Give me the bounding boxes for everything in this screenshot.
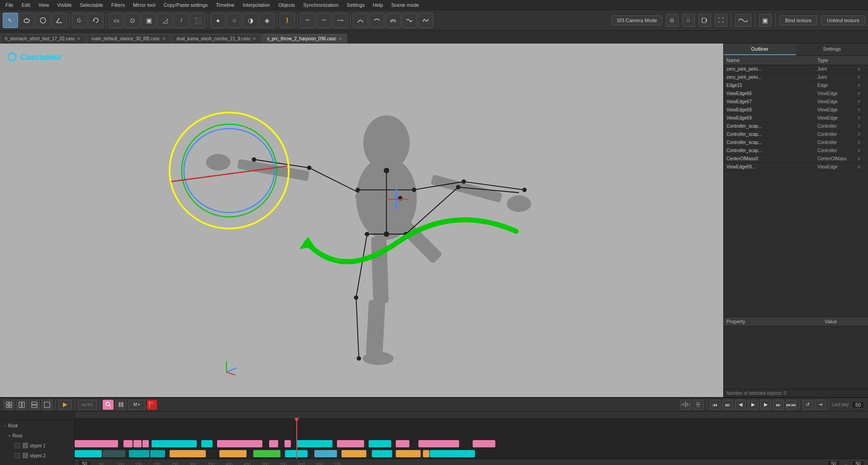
unbind-texture-button[interactable]: Unbind texture: [821, 15, 865, 25]
tl-bar-pink-4[interactable]: [142, 440, 149, 447]
track-collapse-root2[interactable]: +: [8, 433, 11, 438]
timeline-track-root2[interactable]: [75, 429, 868, 439]
tl-bar-s2-cyan-5[interactable]: [372, 450, 392, 457]
arc4-tool[interactable]: [402, 13, 417, 28]
outliner-row-4[interactable]: ViewEdge67 ViewEdge F: [724, 98, 868, 106]
menu-help[interactable]: Help: [369, 1, 387, 9]
bind-texture-button[interactable]: Bind texture: [779, 15, 818, 25]
timeline-playhead[interactable]: [296, 419, 297, 459]
angle-tool[interactable]: [52, 13, 67, 28]
menu-settings[interactable]: Settings: [343, 1, 369, 9]
tab-2-close[interactable]: ✕: [252, 36, 256, 41]
viewport[interactable]: ⬡ Cascadeur: [0, 43, 723, 397]
outliner-row-10[interactable]: Controller_scap... Controller F: [724, 147, 868, 155]
camera-mode-button[interactable]: Sf3 Camera Mode: [612, 15, 662, 25]
tl-bar-pink-7[interactable]: [285, 440, 291, 447]
tl-bar-cyan-4[interactable]: [369, 440, 391, 447]
tab-3[interactable]: s_prc_throw_2_harpoon_096.casc ✕: [262, 34, 346, 43]
outliner-row-3[interactable]: ViewEdge66 ViewEdge F: [724, 90, 868, 98]
arc2-tool[interactable]: [369, 13, 384, 28]
timeline-ruler[interactable]: [75, 412, 868, 419]
track-collapse-root1[interactable]: −: [4, 423, 6, 428]
tl-waveform[interactable]: [680, 400, 691, 410]
arc5-tool[interactable]: [418, 13, 433, 28]
outliner-row-8[interactable]: Controller_scap... Controller F: [724, 130, 868, 139]
curve1-tool[interactable]: 〜: [300, 13, 315, 28]
frame-counter-fps[interactable]: 50: [827, 460, 840, 465]
menu-selectable[interactable]: Selectable: [76, 1, 107, 9]
menu-timeline[interactable]: Timeline: [212, 1, 238, 9]
tab-3-close[interactable]: ✕: [338, 36, 342, 41]
timeline-track-stypni1[interactable]: [75, 439, 868, 449]
menu-interpolation[interactable]: Interpolation: [239, 1, 274, 9]
tab-settings[interactable]: Settings: [796, 43, 868, 55]
rotate-tool[interactable]: [88, 13, 104, 28]
menu-objects[interactable]: Objects: [275, 1, 299, 9]
triangle-tool[interactable]: ◿: [157, 13, 173, 28]
tl-bar-s2-cyan-2[interactable]: [129, 450, 165, 457]
camera-record[interactable]: [698, 14, 711, 27]
tl-bar-s2-cyan-6[interactable]: [430, 450, 475, 457]
tl-bar-pink-11[interactable]: [473, 440, 495, 447]
track-label-stypni2-cb[interactable]: [14, 453, 20, 458]
timeline-track-stypni2[interactable]: [75, 449, 868, 459]
grab-tool[interactable]: G·: [72, 13, 87, 28]
tl-bar-pink-8[interactable]: [337, 440, 364, 447]
tl-bar-s2-orange-3[interactable]: [342, 450, 366, 457]
tl-btn-search[interactable]: [103, 400, 114, 410]
tl-bar-pink-9[interactable]: [396, 440, 409, 447]
tl-bar-s2-cyan-1[interactable]: [75, 450, 102, 457]
menu-view[interactable]: View: [35, 1, 53, 9]
tl-btn-add[interactable]: [58, 400, 72, 410]
tab-outliner[interactable]: Outliner: [724, 43, 796, 55]
tl-bar-s2-dark-1[interactable]: [103, 450, 125, 457]
outliner-row-9[interactable]: Controller_scap... Controller F: [724, 139, 868, 147]
frame-counter-end[interactable]: 50: [852, 460, 864, 465]
select-tool[interactable]: ↖: [3, 13, 18, 28]
point-tool[interactable]: ⊙: [125, 13, 140, 28]
tl-btn-auto[interactable]: AUTO: [78, 400, 97, 410]
menu-copypaste[interactable]: Copy/Paste settings: [160, 1, 211, 9]
step-forward-button[interactable]: ▶: [760, 400, 771, 410]
tl-btn-flag[interactable]: 🚩: [147, 400, 157, 410]
arc3-tool[interactable]: [385, 13, 401, 28]
tl-bar-pink-2[interactable]: [123, 440, 133, 447]
outliner-row-12[interactable]: ViewEdge69... ViewEdge F: [724, 163, 868, 171]
pen-tool[interactable]: /: [174, 13, 189, 28]
camera-fullscreen[interactable]: ⛶: [715, 14, 727, 27]
timeline-track-root1[interactable]: [75, 419, 868, 429]
tl-bar-s2-green-1[interactable]: [253, 450, 280, 457]
outliner-row-1[interactable]: zero_joint_pelvi... Joint F: [724, 73, 868, 81]
person-tool[interactable]: 🚶: [280, 13, 295, 28]
tl-btn-grid2[interactable]: [16, 400, 27, 410]
last-key-counter[interactable]: 50: [852, 401, 864, 408]
extra-playback-button[interactable]: ⇥: [815, 400, 826, 410]
arc1-tool[interactable]: [353, 13, 368, 28]
tl-bar-cyan-2[interactable]: [201, 440, 213, 447]
tl-bar-s2-cyan-4[interactable]: [314, 450, 337, 457]
tl-btn-grid4[interactable]: [42, 400, 52, 410]
outliner-row-0[interactable]: zero_joint_pelvi... Joint F: [724, 65, 868, 73]
menu-mirror[interactable]: Mirror tool: [129, 1, 159, 9]
cube-tool[interactable]: ⬛: [190, 13, 205, 28]
camera-icon2[interactable]: ○: [682, 14, 695, 27]
track-label-root2[interactable]: + Root: [2, 431, 72, 441]
track-label-root1[interactable]: − Root: [2, 421, 72, 431]
curve3-tool[interactable]: ⟿: [332, 13, 348, 28]
tl-bar-cyan-3[interactable]: [296, 440, 332, 447]
track-label-stypni1[interactable]: stypni 1: [2, 441, 72, 451]
menu-visible[interactable]: Visible: [53, 1, 75, 9]
lasso-tool[interactable]: [19, 13, 34, 28]
tl-bar-pink-10[interactable]: [418, 440, 459, 447]
tl-btn-mode[interactable]: M▾: [128, 400, 145, 410]
go-to-end-button[interactable]: ⏭⏭: [786, 400, 797, 410]
circle-ring-tool[interactable]: ○: [227, 13, 242, 28]
timeline-track-area[interactable]: 50 50 100 150 200 250 300 350 400 450 50…: [75, 412, 868, 465]
track-label-stypni2[interactable]: stypni 2: [2, 451, 72, 460]
tl-bar-s2-orange-5[interactable]: [423, 450, 429, 457]
outliner-row-7[interactable]: Controller_scap... Controller F: [724, 122, 868, 130]
menu-sync[interactable]: Synchronization: [299, 1, 342, 9]
tl-bar-s2-orange-4[interactable]: [396, 450, 421, 457]
curve2-tool[interactable]: 〜: [316, 13, 332, 28]
tl-btn-grid1[interactable]: [4, 400, 14, 410]
